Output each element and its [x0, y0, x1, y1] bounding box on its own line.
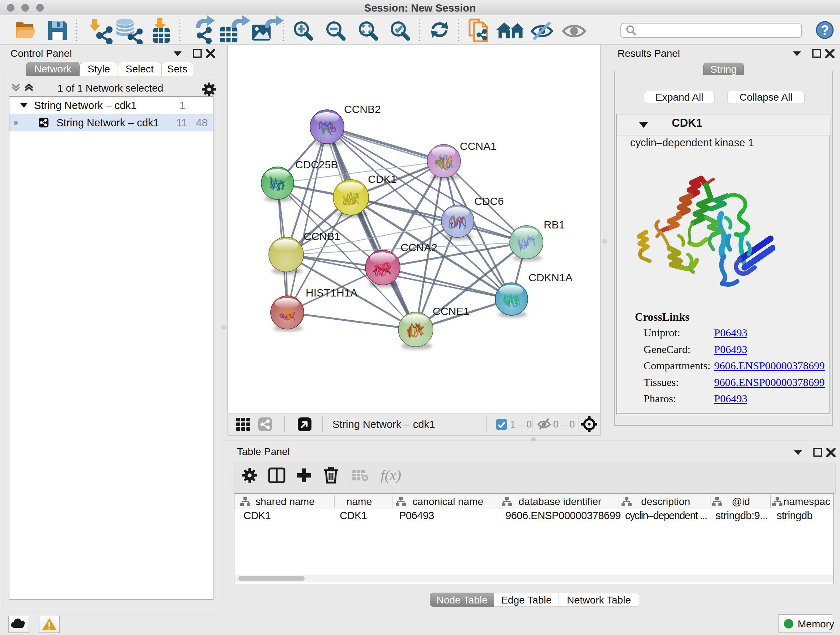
svg-text:namespac: namespac	[783, 496, 830, 507]
svg-text:CDC6: CDC6	[474, 195, 504, 207]
svg-text:HIST1H1A: HIST1H1A	[306, 287, 357, 299]
svg-text:0 – 0: 0 – 0	[553, 419, 575, 430]
svg-text:CCNE1: CCNE1	[433, 305, 470, 317]
svg-text:CCNB1: CCNB1	[303, 230, 340, 242]
svg-text:f(x): f(x)	[381, 467, 401, 483]
svg-text:name: name	[347, 496, 372, 507]
svg-text:?: ?	[821, 23, 829, 38]
svg-text:database identifier: database identifier	[519, 496, 602, 507]
svg-text:RB1: RB1	[544, 219, 565, 231]
svg-text:CDK1: CDK1	[368, 173, 397, 185]
svg-text:shared name: shared name	[256, 496, 314, 507]
svg-text:String Network – cdk1: String Network – cdk1	[332, 418, 435, 430]
svg-text:CCNB2: CCNB2	[344, 103, 381, 115]
svg-text:CDKN1A: CDKN1A	[529, 272, 573, 283]
svg-text:CCNA2: CCNA2	[401, 241, 437, 253]
svg-text:canonical name: canonical name	[412, 496, 483, 507]
svg-text:CCNA1: CCNA1	[460, 140, 497, 152]
svg-text:1 – 0: 1 – 0	[510, 419, 532, 430]
svg-text:description: description	[641, 496, 690, 507]
svg-text:@id: @id	[732, 496, 750, 507]
svg-text:CDC25B: CDC25B	[295, 158, 338, 171]
